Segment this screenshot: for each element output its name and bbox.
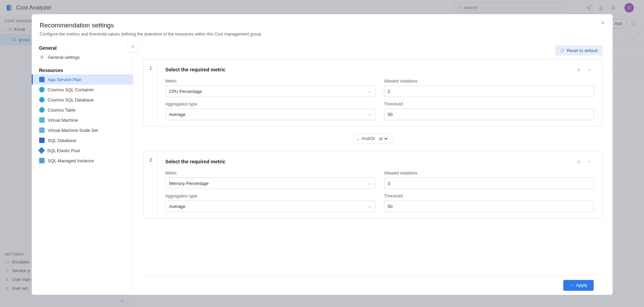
aggregation-select-value[interactable] — [165, 200, 376, 212]
label-metric: Metric — [165, 171, 376, 175]
modal-sidebar: General General settings Resources App S… — [32, 42, 133, 295]
label-violations: Allowed violations — [384, 171, 594, 175]
and-or-connector: ↓ And/Or or — [143, 129, 602, 148]
metric-select[interactable] — [165, 178, 376, 189]
aggregation-select[interactable] — [165, 200, 376, 212]
modal-overlay[interactable]: Recommendation settings Configure the me… — [0, 0, 644, 307]
resource-icon — [39, 77, 45, 82]
metric-card-2: 2 Select the required metric Metric — [143, 151, 602, 218]
sidebar-item-general-settings[interactable]: General settings — [32, 52, 133, 62]
card-title: Select the required metric — [165, 159, 226, 164]
metric-select-value[interactable] — [165, 86, 376, 97]
allowed-violations-input[interactable] — [384, 178, 594, 189]
sidebar-item-sql-database[interactable]: SQL Database — [32, 135, 133, 145]
and-or-chip[interactable]: ↓ And/Or or — [352, 134, 393, 144]
modal-title: Recommendation settings — [40, 22, 604, 29]
gear-icon — [39, 54, 45, 60]
check-icon — [569, 283, 574, 287]
card-remove-button[interactable] — [574, 157, 583, 166]
sidebar-group-general: General — [32, 43, 133, 52]
label-metric: Metric — [165, 79, 376, 84]
resource-icon — [39, 87, 45, 92]
reset-to-default-button[interactable]: Reset to default — [555, 45, 602, 55]
card-title: Select the required metric — [165, 67, 226, 72]
resource-icon — [39, 107, 45, 113]
metric-select-value[interactable] — [165, 178, 376, 189]
resource-icon — [39, 97, 45, 102]
undo-icon — [560, 48, 564, 53]
modal-close-button[interactable] — [600, 20, 605, 26]
label-violations: Allowed violations — [384, 79, 594, 84]
threshold-input[interactable] — [384, 109, 594, 120]
resource-icon — [38, 147, 45, 154]
sidebar-item-virtual-machine[interactable]: Virtual Machine — [32, 115, 133, 125]
label-threshold: Threshold — [384, 102, 594, 107]
card-collapse-button[interactable] — [585, 65, 594, 74]
sidebar-group-resources: Resources — [32, 66, 133, 74]
arrow-down-icon: ↓ — [357, 136, 359, 141]
sidebar-item-cosmos-sql-container[interactable]: Cosmos SQL Container — [32, 85, 133, 95]
card-remove-button[interactable] — [574, 65, 583, 74]
metric-card-1: 1 Select the required metric Metric — [143, 59, 602, 126]
resource-icon — [39, 138, 45, 143]
modal-subtitle: Configure the metrics and threshold valu… — [40, 32, 604, 37]
apply-button[interactable]: Apply — [563, 280, 594, 291]
card-index: 2 — [150, 157, 152, 163]
aggregation-select-value[interactable] — [165, 109, 376, 120]
svg-point-6 — [41, 56, 43, 58]
and-or-select[interactable]: or — [378, 136, 389, 141]
threshold-input[interactable] — [384, 200, 594, 212]
sidebar-item-sql-elastic-pool[interactable]: SQL Elastic Pool — [32, 145, 133, 156]
card-index: 1 — [150, 65, 152, 71]
resource-icon — [39, 158, 45, 163]
sidebar-item-app-service-plan[interactable]: App Service Plan — [32, 74, 133, 85]
aggregation-select[interactable] — [165, 109, 376, 120]
label-aggregation: Aggregation type — [165, 102, 376, 107]
label-aggregation: Aggregation type — [165, 194, 376, 198]
sidebar-item-cosmos-sql-database[interactable]: Cosmos SQL Database — [32, 95, 133, 105]
and-or-label: And/Or — [362, 136, 375, 141]
card-collapse-button[interactable] — [585, 157, 594, 166]
sidebar-item-cosmos-table[interactable]: Cosmos Table — [32, 105, 133, 115]
recommendation-settings-modal: Recommendation settings Configure the me… — [32, 14, 613, 295]
modal-footer: Apply — [143, 275, 602, 295]
label-threshold: Threshold — [384, 194, 594, 198]
resource-icon — [39, 127, 45, 133]
allowed-violations-input[interactable] — [384, 86, 594, 97]
metric-select[interactable] — [165, 86, 376, 97]
resource-icon — [39, 117, 45, 123]
sidebar-collapse-button[interactable] — [127, 41, 138, 52]
modal-content: Reset to default 1 Select the required m… — [133, 42, 613, 295]
sidebar-item-vm-scale-set[interactable]: Virtual Machine Scale Set — [32, 125, 133, 135]
sidebar-item-sql-managed-instance[interactable]: SQL Managed Instance — [32, 156, 133, 166]
